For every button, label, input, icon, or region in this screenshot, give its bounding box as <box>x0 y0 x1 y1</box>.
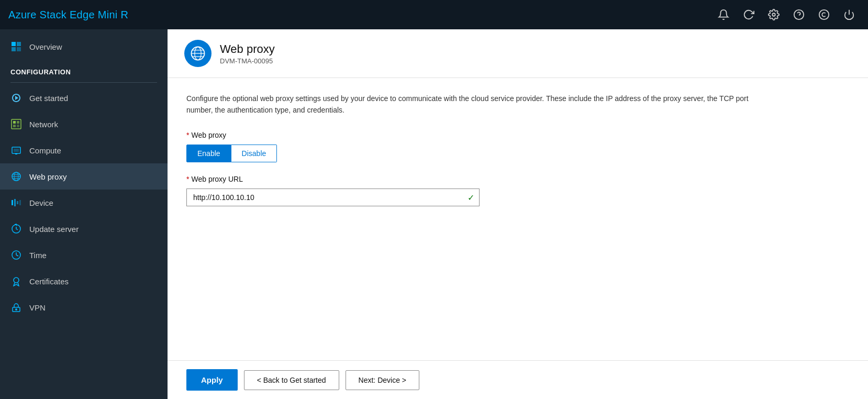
svg-line-30 <box>16 255 18 256</box>
svg-rect-10 <box>13 121 16 124</box>
required-star-2: * <box>186 175 189 183</box>
disable-button[interactable]: Disable <box>231 145 277 162</box>
svg-rect-12 <box>13 125 16 127</box>
url-field-label: * Web proxy URL <box>186 175 849 183</box>
sidebar-item-update-server[interactable]: Update server <box>0 216 168 242</box>
sidebar-item-get-started[interactable]: Get started <box>0 85 168 111</box>
content-header-text: Web proxy DVM-TMA-00095 <box>220 42 275 65</box>
sidebar-item-device[interactable]: Device <box>0 190 168 216</box>
svg-rect-11 <box>17 121 19 124</box>
sidebar-item-update-server-label: Update server <box>29 225 79 234</box>
power-icon[interactable] <box>839 4 860 25</box>
sidebar-item-web-proxy[interactable]: Web proxy <box>0 163 168 190</box>
help-icon[interactable] <box>788 4 809 25</box>
svg-rect-23 <box>14 199 16 206</box>
enable-button[interactable]: Enable <box>186 145 231 162</box>
sidebar-item-vpn[interactable]: VPN <box>0 294 168 320</box>
sidebar-item-network-label: Network <box>29 120 58 129</box>
device-icon <box>10 197 22 208</box>
topbar: Azure Stack Edge Mini R <box>0 0 868 29</box>
sidebar-item-network[interactable]: Network <box>0 111 168 137</box>
web-proxy-icon <box>10 171 22 182</box>
sidebar-item-time-label: Time <box>29 251 47 260</box>
svg-rect-25 <box>19 200 21 205</box>
svg-rect-13 <box>17 125 19 127</box>
sidebar-divider <box>10 82 157 83</box>
sidebar-item-certificates[interactable]: Certificates <box>0 268 168 294</box>
svg-rect-15 <box>14 149 19 152</box>
certificates-icon <box>10 275 22 287</box>
required-star-1: * <box>186 131 189 139</box>
sidebar-item-compute-label: Compute <box>29 146 61 155</box>
content-footer: Apply < Back to Get started Next: Device… <box>168 360 868 399</box>
vpn-icon <box>10 302 22 313</box>
time-icon <box>10 249 22 261</box>
page-title: Web proxy <box>220 42 275 56</box>
content-body: Configure the optional web proxy setting… <box>168 78 868 360</box>
content-area: Web proxy DVM-TMA-00095 Configure the op… <box>168 29 868 399</box>
sidebar-item-compute[interactable]: Compute <box>0 137 168 163</box>
compute-icon <box>10 145 22 156</box>
url-input[interactable] <box>186 189 480 206</box>
svg-point-31 <box>14 278 19 283</box>
sidebar-item-time[interactable]: Time <box>0 242 168 268</box>
get-started-icon <box>10 92 22 104</box>
copyright-icon[interactable] <box>814 4 834 25</box>
svg-rect-24 <box>17 201 18 204</box>
svg-rect-9 <box>12 119 21 129</box>
refresh-icon[interactable] <box>738 4 759 25</box>
content-header: Web proxy DVM-TMA-00095 <box>168 29 868 78</box>
svg-rect-7 <box>12 47 16 51</box>
sidebar-item-overview[interactable]: Overview <box>0 34 168 60</box>
svg-point-0 <box>772 13 775 16</box>
svg-point-3 <box>819 10 829 19</box>
web-proxy-field-section: * Web proxy Enable Disable <box>186 131 849 162</box>
sidebar-item-certificates-label: Certificates <box>29 277 69 286</box>
main-layout: Overview CONFIGURATION Get started Netwo… <box>0 29 868 399</box>
topbar-icon-group <box>713 4 860 25</box>
sidebar-item-get-started-label: Get started <box>29 94 68 103</box>
svg-rect-6 <box>17 42 21 46</box>
url-input-wrapper: ✓ <box>186 189 480 206</box>
sidebar-section-title: CONFIGURATION <box>0 60 168 80</box>
overview-icon <box>10 41 22 52</box>
page-subtitle: DVM-TMA-00095 <box>220 57 275 65</box>
back-button[interactable]: < Back to Get started <box>244 370 339 390</box>
url-field-section: * Web proxy URL ✓ <box>186 175 849 206</box>
network-icon <box>10 118 22 130</box>
web-proxy-label: * Web proxy <box>186 131 849 139</box>
content-header-icon <box>184 40 212 67</box>
svg-point-33 <box>15 308 17 311</box>
update-server-icon <box>10 223 22 235</box>
sidebar-item-vpn-label: VPN <box>29 303 46 312</box>
apply-button[interactable]: Apply <box>186 369 238 391</box>
sidebar-item-overview-label: Overview <box>29 42 62 51</box>
svg-rect-8 <box>17 47 21 51</box>
svg-rect-16 <box>15 153 17 154</box>
app-title: Azure Stack Edge Mini R <box>8 9 128 21</box>
settings-icon[interactable] <box>763 4 784 25</box>
sidebar: Overview CONFIGURATION Get started Netwo… <box>0 29 168 399</box>
bell-icon[interactable] <box>713 4 734 25</box>
next-button[interactable]: Next: Device > <box>346 370 419 390</box>
input-valid-checkmark: ✓ <box>468 192 474 202</box>
sidebar-item-device-label: Device <box>29 198 53 207</box>
svg-rect-22 <box>12 200 13 205</box>
sidebar-item-web-proxy-label: Web proxy <box>29 172 66 181</box>
web-proxy-toggle-group: Enable Disable <box>186 145 849 162</box>
description-text: Configure the optional web proxy setting… <box>186 93 762 116</box>
svg-rect-5 <box>12 42 16 46</box>
